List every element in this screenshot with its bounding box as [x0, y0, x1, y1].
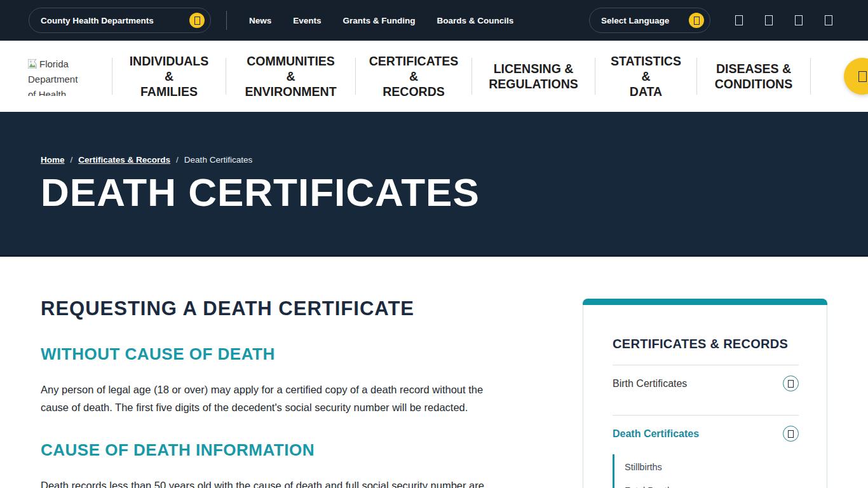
- social-icons: [735, 15, 832, 25]
- search-icon: [858, 71, 867, 82]
- missing-glyph-icon: [194, 17, 200, 25]
- link-events[interactable]: Events: [293, 16, 321, 25]
- missing-glyph-icon: [694, 17, 700, 25]
- paragraph-without-cause: Any person of legal age (18 or over) may…: [41, 381, 505, 416]
- nav-item-individuals-families[interactable]: INDIVIDUALS & FAMILIES: [112, 53, 226, 99]
- language-dropdown-icon: [689, 13, 704, 28]
- breadcrumb-current: Death Certificates: [184, 155, 252, 165]
- link-grants-funding[interactable]: Grants & Funding: [343, 16, 416, 25]
- collapse-icon: [788, 430, 794, 438]
- sidebar-sublist: Stillbirths Fetal Deaths: [613, 454, 799, 488]
- breadcrumb: Home / Certificates & Records / Death Ce…: [41, 112, 868, 165]
- nav-item-licensing-regulations[interactable]: LICENSING & REGULATIONS: [472, 61, 595, 92]
- sidebar-subitem-stillbirths[interactable]: Stillbirths: [625, 462, 799, 472]
- sidebar-card: CERTIFICATES & RECORDS Birth Certificate…: [583, 305, 827, 488]
- site-logo[interactable]: Florida Department of Health: [0, 57, 112, 96]
- sidebar-title: CERTIFICATES & RECORDS: [613, 337, 799, 351]
- paragraph-cause-info: Death records less than 50 years old wit…: [41, 477, 505, 488]
- language-button-label: Select Language: [601, 16, 669, 25]
- link-news[interactable]: News: [249, 16, 271, 25]
- breadcrumb-separator: /: [71, 155, 73, 165]
- social-icon[interactable]: [735, 15, 743, 25]
- page-title: DEATH CERTIFICATES: [41, 170, 868, 215]
- broken-logo-image: Florida Department of Health: [28, 57, 88, 96]
- main-column: REQUESTING A DEATH CERTIFICATE WITHOUT C…: [0, 257, 508, 488]
- main-navigation-bar: Florida Department of Health INDIVIDUALS…: [0, 41, 868, 112]
- nav-item-statistics-data[interactable]: STATISTICS & DATA: [595, 53, 696, 99]
- sidebar-accent-bar: [583, 299, 827, 305]
- nav-item-certificates-records[interactable]: CERTIFICATES & RECORDS: [356, 53, 471, 99]
- sidebar-certificates-records: CERTIFICATES & RECORDS Birth Certificate…: [583, 299, 827, 488]
- nav-item-communities-environment[interactable]: COMMUNITIES & ENVIRONMENT: [226, 53, 355, 99]
- broken-image-icon: [28, 59, 39, 69]
- subsection-heading-without-cause: WITHOUT CAUSE OF DEATH: [41, 344, 508, 364]
- breadcrumb-section-link[interactable]: Certificates & Records: [78, 155, 170, 165]
- topbar-links: News Events Grants & Funding Boards & Co…: [249, 16, 513, 25]
- social-icon[interactable]: [795, 15, 803, 25]
- sidebar-item-label: Birth Certificates: [613, 378, 687, 390]
- sidebar-item-birth-certificates[interactable]: Birth Certificates: [613, 365, 799, 402]
- select-language-button[interactable]: Select Language: [589, 8, 710, 33]
- topbar-divider: [226, 11, 227, 30]
- link-boards-councils[interactable]: Boards & Councils: [437, 16, 514, 25]
- subsection-heading-cause-info: CAUSE OF DEATH INFORMATION: [41, 440, 508, 460]
- search-button[interactable]: [844, 58, 868, 95]
- collapse-button[interactable]: [783, 426, 799, 442]
- county-health-departments-button[interactable]: County Health Departments: [29, 8, 211, 33]
- social-icon[interactable]: [765, 15, 773, 25]
- breadcrumb-home-link[interactable]: Home: [41, 155, 65, 165]
- section-heading: REQUESTING A DEATH CERTIFICATE: [41, 297, 508, 320]
- social-icon[interactable]: [825, 15, 832, 25]
- sidebar-item-death-certificates[interactable]: Death Certificates: [613, 416, 799, 452]
- county-dropdown-icon: [189, 13, 205, 28]
- sidebar-subitem-fetal-deaths[interactable]: Fetal Deaths: [625, 485, 799, 488]
- expand-button[interactable]: [783, 376, 799, 391]
- page-header: Home / Certificates & Records / Death Ce…: [0, 112, 868, 257]
- nav-item-diseases-conditions[interactable]: DISEASES & CONDITIONS: [697, 61, 810, 92]
- content-area: REQUESTING A DEATH CERTIFICATE WITHOUT C…: [0, 257, 868, 488]
- sidebar-item-label: Death Certificates: [613, 428, 699, 440]
- county-button-label: County Health Departments: [41, 16, 154, 25]
- expand-icon: [788, 380, 794, 388]
- breadcrumb-separator: /: [176, 155, 179, 165]
- nav-divider: [810, 58, 811, 95]
- top-utility-bar: County Health Departments News Events Gr…: [0, 0, 868, 41]
